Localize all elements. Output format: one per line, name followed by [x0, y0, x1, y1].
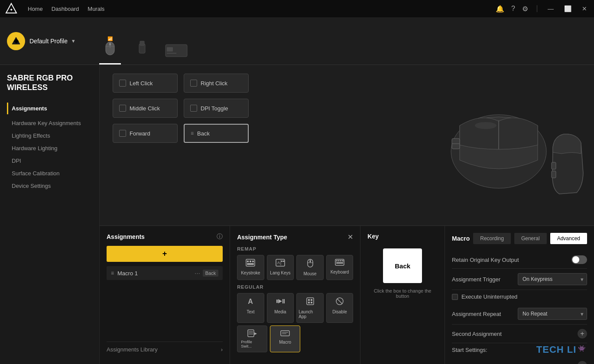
svg-rect-49 [308, 299, 310, 301]
sidebar-item-hardware-lighting[interactable]: Hardware Lighting [7, 142, 92, 155]
macro-icon [280, 329, 290, 338]
execute-label: Execute Uninterrupted [461, 293, 517, 300]
lang-keys-icon: A [276, 259, 285, 269]
svg-text:A: A [248, 298, 253, 305]
dpi-toggle-button[interactable]: DPI Toggle [184, 99, 249, 118]
middle-click-icon [119, 105, 126, 112]
sidebar-item-lighting-effects[interactable]: Lighting Effects [7, 129, 92, 142]
svg-rect-8 [109, 43, 111, 45]
type-macro-button[interactable]: Macro [270, 325, 300, 352]
key-panel-title: Key [367, 233, 379, 240]
svg-rect-42 [336, 262, 343, 264]
type-disable-button[interactable]: Disable [326, 293, 354, 323]
forward-button[interactable]: Forward [113, 124, 178, 143]
maximize-button[interactable]: ⬜ [562, 5, 573, 12]
device-tab-dongle[interactable] [131, 35, 153, 64]
nav-dashboard[interactable]: Dashboard [52, 4, 79, 14]
assignment-badge: Back [203, 270, 218, 277]
content-area: Left Click Right Click Middle Click DPI … [100, 65, 594, 364]
sidebar-item-hardware-key-assignments[interactable]: Hardware Key Assignments [7, 117, 92, 129]
start-settings-label: Start Settings: [452, 347, 487, 353]
remap-grid: Keystroke A Lang Keys Mouse [237, 255, 353, 280]
settings-icon[interactable]: ⚙ [522, 5, 528, 13]
profile-icon: ◆ [7, 32, 25, 50]
titlebar-right: 🔔 ? ⚙ — ⬜ ✕ [496, 5, 589, 13]
sidebar-item-device-settings[interactable]: Device Settings [7, 180, 92, 192]
right-click-button[interactable]: Right Click [184, 74, 249, 93]
middle-click-button[interactable]: Middle Click [113, 99, 178, 118]
library-chevron-icon: › [221, 346, 223, 353]
execute-row: Execute Uninterrupted [452, 290, 587, 303]
assignment-type-close-button[interactable]: ✕ [347, 233, 353, 241]
svg-rect-36 [309, 260, 311, 262]
execute-checkbox[interactable] [452, 294, 458, 300]
second-assignment-label: Second Assignment [452, 331, 502, 337]
profile-name: Default Profile [29, 38, 68, 45]
help-icon[interactable]: ? [511, 5, 515, 13]
svg-rect-24 [247, 261, 249, 262]
svg-rect-25 [250, 261, 251, 262]
svg-rect-44 [276, 300, 278, 303]
svg-rect-12 [167, 47, 173, 52]
type-keyboard-button[interactable]: Keyboard [326, 255, 354, 280]
macro-panel: Macro Recording General Advanced Retain … [445, 226, 594, 364]
assignment-trigger-select[interactable]: On Keypress On Release Toggle Double Cli… [518, 273, 587, 285]
back-button[interactable]: ≡ Back [184, 124, 249, 143]
type-profile-switch-button[interactable]: Profile Swit... [237, 325, 267, 352]
assignment-repeat-row: Assignment Repeat No Repeat Repeat While… [452, 303, 587, 325]
device-tab-card[interactable] [163, 39, 189, 64]
general-tab-button[interactable]: General [514, 233, 547, 244]
sidebar-item-surface-calibration[interactable]: Surface Calibration [7, 167, 92, 180]
profile-selector[interactable]: ◆ Default Profile ▾ [7, 32, 75, 50]
svg-rect-22 [552, 171, 556, 178]
assignments-panel: Assignments ⓘ + ≡ Macro 1 ⋯ Back [100, 226, 230, 364]
nav-murals[interactable]: Murals [88, 4, 104, 14]
sidebar: SABRE RGB PROWIRELESS Assignments Hardwa… [0, 65, 100, 364]
assignment-type-panel: Assignment Type ✕ REMAP Keystroke A [230, 226, 360, 364]
device-tab-mouse[interactable]: 📶 [99, 35, 121, 64]
assignment-repeat-select[interactable]: No Repeat Repeat While Held Custom [518, 308, 587, 320]
svg-rect-52 [311, 302, 312, 303]
retain-output-toggle[interactable] [571, 255, 587, 264]
svg-rect-50 [311, 299, 312, 301]
svg-rect-27 [247, 263, 254, 265]
device-tabs: 📶 [99, 17, 189, 64]
nav-home[interactable]: Home [28, 4, 43, 14]
type-keystroke-button[interactable]: Keystroke [237, 255, 264, 280]
recording-tab-button[interactable]: Recording [473, 233, 511, 244]
sidebar-item-dpi[interactable]: DPI [7, 155, 92, 167]
minimize-button[interactable]: — [546, 5, 555, 12]
mouse-side-profile [551, 130, 585, 200]
second-assignment-add-button[interactable]: + [578, 329, 587, 338]
assignments-info-icon[interactable]: ⓘ [217, 233, 223, 241]
launch-app-icon [306, 297, 315, 308]
assignment-more-icon[interactable]: ⋯ [195, 270, 200, 277]
main-area: SABRE RGB PROWIRELESS Assignments Hardwa… [0, 65, 594, 364]
type-lang-keys-button[interactable]: A Lang Keys [267, 255, 294, 280]
profile-chevron: ▾ [72, 38, 75, 44]
media-icon [276, 297, 285, 308]
advanced-tab-button[interactable]: Advanced [550, 233, 587, 244]
svg-rect-21 [552, 162, 556, 169]
profile-bar: ◆ Default Profile ▾ 📶 [0, 17, 594, 65]
divider [537, 5, 537, 12]
svg-rect-48 [307, 298, 314, 305]
assignments-library[interactable]: Assignments Library › [107, 341, 223, 357]
left-click-button[interactable]: Left Click [113, 74, 178, 93]
type-media-button[interactable]: Media [267, 293, 294, 323]
left-click-icon [119, 80, 126, 87]
svg-rect-32 [283, 261, 284, 262]
type-launch-app-button[interactable]: Launch App [296, 293, 324, 323]
type-text-button[interactable]: A Text [237, 293, 264, 323]
type-mouse-button[interactable]: Mouse [296, 255, 324, 280]
titlebar-left: ✦ Home Dashboard Murals [5, 3, 104, 15]
assignment-item[interactable]: ≡ Macro 1 ⋯ Back [107, 266, 223, 280]
add-assignment-button[interactable]: + [107, 246, 223, 262]
keyboard-icon [335, 259, 344, 268]
sound-add-button[interactable]: + [578, 361, 587, 364]
key-panel: Key Back Click the box to change the but… [360, 226, 445, 364]
notification-icon[interactable]: 🔔 [496, 5, 504, 13]
key-display-box[interactable]: Back [383, 248, 422, 283]
sidebar-section-key-assignments[interactable]: Assignments [7, 103, 92, 114]
close-button[interactable]: ✕ [580, 5, 589, 12]
